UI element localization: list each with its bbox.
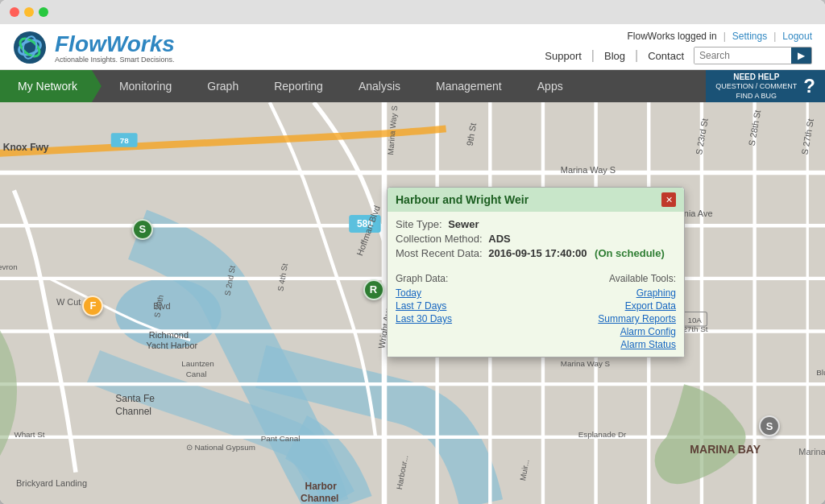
svg-text:Whart St: Whart St (14, 430, 44, 439)
svg-text:Launtzen: Launtzen (181, 359, 214, 368)
tab-my-network[interactable]: My Network (0, 70, 102, 102)
nav-links: Support | Blog | Contact ▶ (545, 47, 812, 64)
header-top: FlowWorks Actionable Insights. Smart Dec… (13, 24, 812, 69)
svg-text:Canal: Canal (186, 370, 207, 378)
svg-text:Marina Way S: Marina Way S (561, 165, 616, 175)
svg-text:Chevron: Chevron (0, 262, 18, 271)
site-popup: Harbour and Wright Weir ✕ Site Type: Sew… (387, 187, 685, 357)
minimize-window-btn[interactable] (24, 7, 34, 17)
title-bar (0, 0, 825, 24)
popup-collection-method: Collection Method: ADS (396, 233, 676, 245)
popup-right-links: Available Tools: Graphing Export Data Su… (598, 273, 676, 350)
svg-text:⊙ National Gypsum: ⊙ National Gypsum (186, 443, 255, 452)
svg-text:Harbor: Harbor (305, 481, 337, 492)
svg-text:78: 78 (120, 136, 129, 145)
popup-last30-link[interactable]: Last 30 Days (396, 313, 452, 324)
svg-text:Channel: Channel (115, 406, 151, 417)
help-button[interactable]: NEED HELP QUESTION / COMMENT FIND A BUG … (706, 70, 825, 102)
popup-alarm-status-link[interactable]: Alarm Status (620, 339, 676, 350)
logo-icon (13, 31, 47, 64)
app-window: FlowWorks Actionable Insights. Smart Dec… (0, 0, 825, 504)
svg-text:Esplanade Dr: Esplanade Dr (578, 430, 627, 439)
tab-monitoring[interactable]: Monitoring (102, 70, 189, 102)
tab-management[interactable]: Management (418, 70, 520, 102)
user-bar: FlowWorks logged in | Settings | Logout (628, 31, 812, 42)
blog-link[interactable]: Blog (604, 50, 625, 62)
popup-header: Harbour and Wright Weir ✕ (388, 188, 684, 212)
popup-summary-link[interactable]: Summary Reports (598, 313, 676, 324)
logout-link[interactable]: Logout (782, 31, 812, 42)
graph-data-label: Graph Data: (396, 273, 452, 284)
svg-text:W Cut: W Cut (56, 297, 81, 307)
search-button[interactable]: ▶ (791, 48, 811, 64)
tab-analysis[interactable]: Analysis (341, 70, 418, 102)
logo-area: FlowWorks Actionable Insights. Smart Dec… (13, 31, 175, 64)
logo-tagline: Actionable Insights. Smart Decisions. (55, 56, 175, 64)
popup-alarm-config-link[interactable]: Alarm Config (620, 326, 676, 337)
marker-s1[interactable]: S (132, 219, 153, 240)
popup-site-type: Site Type: Sewer (396, 218, 676, 230)
marker-f1[interactable]: F (82, 295, 103, 316)
map-background: 78 580 N.T. Knox Fwy Hoffman Blvd W Cut … (0, 102, 825, 504)
user-status: FlowWorks logged in (628, 31, 717, 42)
support-link[interactable]: Support (545, 50, 582, 62)
tab-apps[interactable]: Apps (520, 70, 581, 102)
help-line3: FIND A BUG (715, 92, 797, 101)
nav-tabs: My Network Monitoring Graph Reporting An… (0, 70, 825, 102)
marker-r1[interactable]: R (363, 279, 384, 300)
popup-last7-link[interactable]: Last 7 Days (396, 300, 452, 312)
popup-today-link[interactable]: Today (396, 287, 452, 299)
svg-text:Channel: Channel (301, 493, 338, 504)
maximize-window-btn[interactable] (39, 7, 48, 17)
help-line2: QUESTION / COMMENT (715, 82, 797, 92)
popup-close-button[interactable]: ✕ (661, 192, 676, 207)
logo-text: FlowWorks Actionable Insights. Smart Dec… (55, 31, 175, 64)
svg-text:Blue Ap...: Blue Ap... (816, 368, 825, 377)
search-input[interactable] (694, 48, 791, 64)
close-window-btn[interactable] (10, 7, 19, 17)
settings-link[interactable]: Settings (732, 31, 767, 42)
header: FlowWorks Actionable Insights. Smart Dec… (0, 24, 825, 70)
brickyard-label: Brickyard Landing (16, 478, 87, 488)
search-box: ▶ (694, 47, 812, 64)
svg-text:10A: 10A (687, 316, 702, 324)
popup-left-links: Graph Data: Today Last 7 Days Last 30 Da… (396, 273, 452, 350)
popup-most-recent: Most Recent Data: 2016-09-15 17:40:00 (O… (396, 247, 676, 259)
popup-body: Site Type: Sewer Collection Method: ADS … (388, 212, 684, 268)
svg-text:Richmond: Richmond (149, 330, 189, 340)
svg-text:Santa Fe: Santa Fe (115, 393, 155, 404)
svg-text:Pant Canal: Pant Canal (261, 434, 301, 443)
available-tools-label: Available Tools: (609, 273, 676, 284)
svg-text:N.T. Knox Fwy: N.T. Knox Fwy (0, 142, 49, 153)
logo-name: FlowWorks (55, 31, 175, 57)
contact-link[interactable]: Contact (648, 50, 684, 62)
tab-reporting[interactable]: Reporting (256, 70, 341, 102)
help-question-mark: ? (803, 73, 815, 98)
popup-links: Graph Data: Today Last 7 Days Last 30 Da… (388, 268, 684, 357)
svg-text:Marina Way S: Marina Way S (561, 359, 611, 368)
help-line1: NEED HELP (715, 72, 797, 82)
header-right: FlowWorks logged in | Settings | Logout … (545, 31, 812, 64)
popup-export-link[interactable]: Export Data (625, 300, 676, 312)
svg-text:Yacht Harbor: Yacht Harbor (147, 341, 198, 350)
popup-title: Harbour and Wright Weir (396, 193, 529, 206)
popup-graphing-link[interactable]: Graphing (636, 287, 676, 299)
svg-text:Marina B...: Marina B... (798, 447, 825, 456)
tab-graph[interactable]: Graph (189, 70, 256, 102)
map-area[interactable]: 78 580 N.T. Knox Fwy Hoffman Blvd W Cut … (0, 102, 825, 504)
